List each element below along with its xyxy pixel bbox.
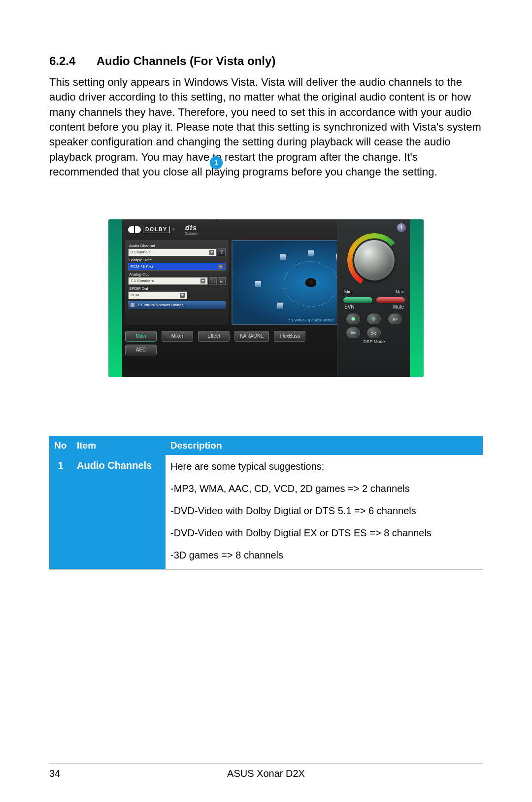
info-button[interactable]: i [397, 223, 406, 232]
tab-aec[interactable]: AEC [125, 345, 157, 355]
sample-rate-value: PCM 48 KHz [131, 264, 153, 269]
footer-rule [49, 763, 483, 764]
left-panel: Audio Channel 8 Channels ? Sample Rate P… [125, 240, 229, 325]
audio-channel-combo[interactable]: 8 Channels [128, 248, 217, 256]
sample-rate-combo[interactable]: PCM 48 KHz [128, 263, 226, 271]
sample-rate-label: Sample Rate [129, 258, 226, 262]
spdif-out-value: PCM [131, 293, 139, 297]
section-number: 6.2.4 [49, 54, 94, 68]
dsp-btn-3[interactable]: HF [388, 314, 402, 324]
dolby-icon [128, 226, 141, 233]
analog-out-combo[interactable]: 7.1 Speakers [128, 277, 208, 285]
cell-item: Audio Channels [72, 455, 166, 569]
spdif-out-label: SPDIF Out [129, 286, 226, 291]
cell-desc: Here are some typical suggestions: -MP3,… [166, 455, 483, 569]
tab-karaoke[interactable]: KARAOKE [234, 331, 269, 342]
speaker-test-button[interactable]: 🔈 [218, 277, 226, 285]
info-icon: i [401, 225, 402, 230]
description-table: No Item Description 1 Audio Channels Her… [49, 436, 483, 570]
dsp-btn-5[interactable]: GX [367, 327, 381, 338]
dts-subtext: Connect [185, 232, 198, 235]
section-title: Audio Channels (For Vista only) [97, 54, 276, 68]
table-row: 1 Audio Channels Here are some typical s… [49, 455, 483, 569]
desc-line: -DVD-Video with Dolby Digtial EX or DTS … [170, 526, 478, 540]
audio-channel-value: 8 Channels [131, 250, 150, 254]
listener-icon [305, 278, 316, 287]
tab-main[interactable]: Main [125, 331, 157, 342]
speaker-icon: 🔈 [219, 279, 225, 283]
help-button[interactable]: ? [218, 248, 226, 256]
knob-cap-icon [354, 240, 395, 280]
section-heading: 6.2.4 Audio Channels (For Vista only) [49, 54, 483, 68]
chevron-down-icon [218, 264, 223, 269]
section-paragraph: This setting only appears in Windows Vis… [49, 75, 483, 180]
dts-logo: dts Connect [185, 224, 198, 235]
headphone-button[interactable]: 🎧 [209, 277, 217, 285]
analog-out-label: Analog Out [129, 272, 226, 277]
mute-toggle[interactable] [376, 297, 405, 303]
svn-label: SVN [344, 304, 355, 310]
spdif-out-combo[interactable]: PCM [128, 291, 187, 299]
tab-flexbass[interactable]: FlexBass [274, 331, 305, 342]
cell-no: 1 [49, 455, 72, 569]
analog-out-value: 7.1 Speakers [131, 279, 154, 283]
chevron-down-icon [180, 293, 185, 298]
desc-line: Here are some typical suggestions: [170, 460, 478, 473]
virtual-speaker-shifter-toggle[interactable]: 7.1 Virtual Speaker Shifter [128, 301, 226, 309]
dsp-btn-2[interactable] [367, 314, 381, 324]
svg-text:HF: HF [393, 317, 398, 321]
desc-line: -3D games => 8 channels [170, 549, 478, 562]
svg-point-2 [351, 331, 353, 334]
document-page: 6.2.4 Audio Channels (For Vista only) Th… [0, 0, 532, 802]
footer-title: ASUS Xonar D2X [49, 768, 483, 779]
dsp-btn-1[interactable] [346, 314, 360, 324]
vss-label: 7.1 Virtual Speaker Shifter [137, 303, 183, 307]
chevron-down-icon [200, 279, 205, 283]
tab-effect[interactable]: Effect [198, 331, 230, 342]
th-no: No [49, 436, 72, 455]
svg-text:GX: GX [371, 331, 376, 335]
page-footer: 34 ASUS Xonar D2X [49, 768, 483, 779]
app-screenshot: DOLBY ® dts Connect MENU Audio Channel [108, 219, 424, 377]
mute-label: Mute [393, 304, 404, 310]
speaker-center[interactable] [307, 250, 314, 257]
dolby-logo: DOLBY ® [128, 226, 176, 233]
th-item: Item [72, 436, 166, 455]
tab-mixer[interactable]: Mixer [162, 331, 193, 342]
speaker-rear-left[interactable] [276, 302, 283, 309]
dts-text: dts [185, 224, 197, 232]
knob-area: i Min Max SVN Mute [337, 219, 411, 377]
headphone-icon: 🎧 [210, 279, 216, 283]
dolby-text: DOLBY [143, 226, 170, 233]
desc-line: -DVD-Video with Dolby Digtial or DTS 5.1… [170, 504, 478, 518]
dsp-grid: HF GX [344, 314, 404, 338]
dsp-btn-4[interactable] [346, 327, 360, 338]
checkbox-icon [130, 303, 135, 308]
knob-max-label: Max [396, 289, 404, 294]
speaker-side-left[interactable] [255, 280, 262, 287]
chevron-down-icon [209, 250, 214, 255]
svg-point-3 [353, 331, 356, 334]
audio-channel-label: Audio Channel [129, 244, 226, 248]
knob-min-label: Min [344, 289, 352, 294]
th-desc: Description [166, 436, 483, 455]
volume-knob[interactable] [347, 233, 401, 287]
callout-badge: 1 [210, 156, 223, 169]
desc-line: -MP3, WMA, AAC, CD, VCD, 2D games => 2 c… [170, 482, 478, 495]
svn-toggle[interactable] [343, 297, 372, 303]
svg-point-0 [352, 317, 355, 320]
speaker-front-left[interactable] [279, 254, 286, 261]
dsp-mode-label: DSP Mode [341, 339, 407, 344]
